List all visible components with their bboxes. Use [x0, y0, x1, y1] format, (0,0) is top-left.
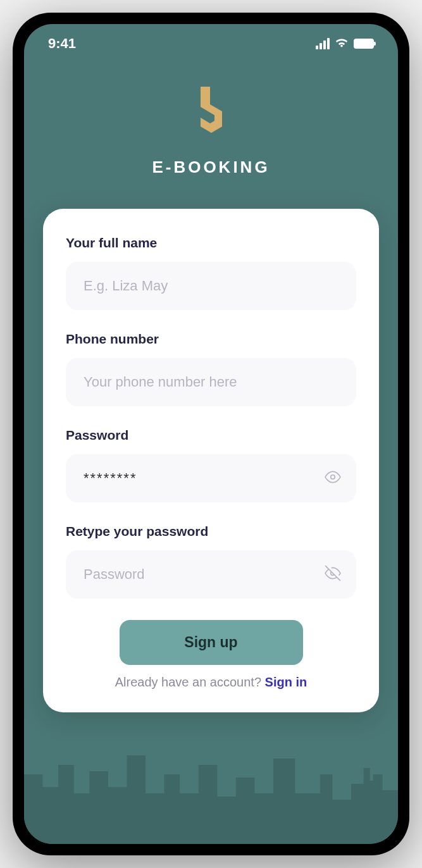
phone-input[interactable]	[66, 358, 356, 406]
status-icons	[316, 35, 374, 52]
signin-link[interactable]: Sign in	[265, 675, 307, 689]
retype-input[interactable]	[66, 550, 356, 598]
password-label: Password	[66, 428, 356, 443]
fullname-input[interactable]	[66, 262, 356, 310]
phone-label: Phone number	[66, 332, 356, 347]
battery-icon	[354, 39, 374, 49]
fullname-label: Your full name	[66, 235, 356, 251]
logo-icon	[189, 84, 233, 146]
logo-section: E-BOOKING	[24, 58, 398, 196]
signin-prompt: Already have an account? Sign in	[66, 675, 356, 690]
signin-prompt-text: Already have an account?	[115, 675, 265, 689]
password-input[interactable]	[66, 454, 356, 502]
fullname-group: Your full name	[66, 235, 356, 310]
signup-button[interactable]: Sign up	[120, 620, 303, 665]
app-name: E-BOOKING	[24, 158, 398, 177]
phone-group: Phone number	[66, 332, 356, 406]
retype-label: Retype your password	[66, 524, 356, 539]
signal-icon	[316, 38, 330, 49]
phone-screen: 9:41 E-BOOKING You	[24, 24, 398, 844]
eye-show-icon[interactable]	[325, 469, 341, 488]
status-bar: 9:41	[24, 24, 398, 58]
status-time: 9:41	[48, 35, 76, 52]
password-input-wrapper	[66, 454, 356, 502]
signup-form-card: Your full name Phone number Password	[43, 209, 379, 712]
phone-frame: 9:41 E-BOOKING You	[13, 13, 409, 855]
city-silhouette	[24, 730, 398, 844]
svg-point-0	[331, 475, 335, 480]
password-group: Password	[66, 428, 356, 502]
retype-group: Retype your password	[66, 524, 356, 598]
wifi-icon	[335, 35, 349, 52]
eye-hide-icon[interactable]	[325, 565, 341, 584]
retype-input-wrapper	[66, 550, 356, 598]
